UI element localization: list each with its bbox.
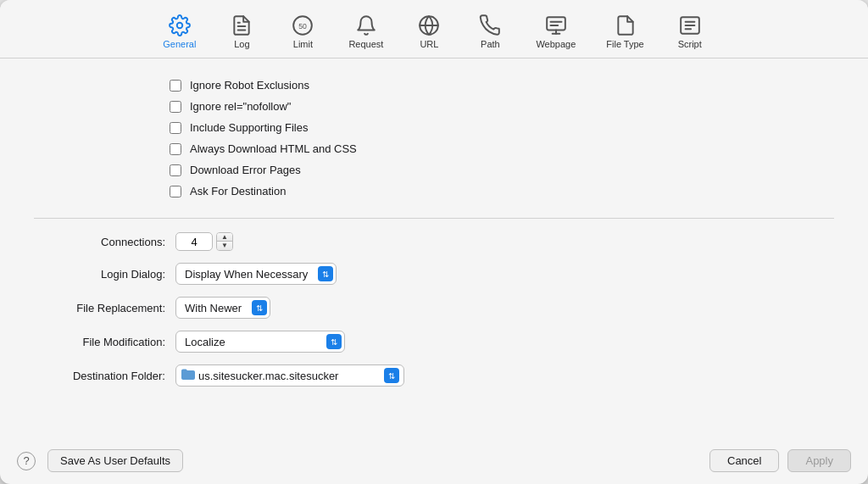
bottom-bar: ? Save As User Defaults Cancel Apply (0, 437, 868, 484)
toolbar-item-path[interactable]: Path (459, 8, 520, 58)
toolbar-path-label: Path (481, 40, 500, 49)
svg-point-0 (177, 23, 183, 29)
login-dialog-row: Login Dialog: Display When Necessary Alw… (34, 263, 834, 285)
toolbar-webpage-label: Webpage (536, 40, 576, 49)
filetype-icon (614, 14, 637, 37)
download-errors-label[interactable]: Download Error Pages (190, 164, 301, 176)
file-replacement-label: File Replacement: (34, 302, 165, 314)
always-download-label[interactable]: Always Download HTML and CSS (190, 142, 357, 155)
help-button[interactable]: ? (17, 452, 36, 470)
checkbox-row-download-errors: Download Error Pages (170, 164, 834, 176)
form-section: Connections: ▲ ▼ Login Dialog: Display W… (34, 232, 834, 387)
file-replacement-select-container: With Newer Always Never ⇅ (175, 297, 270, 319)
connections-row: Connections: ▲ ▼ (34, 232, 834, 251)
bell-icon (354, 14, 378, 37)
toolbar-request-label: Request (348, 40, 383, 49)
checkbox-row-include-supporting: Include Supporting Files (170, 121, 834, 134)
toolbar-item-filetype[interactable]: File Type (591, 8, 659, 58)
toolbar-item-log[interactable]: Log (211, 8, 272, 58)
ignore-nofollow-checkbox[interactable] (170, 101, 181, 113)
destination-folder-label: Destination Folder: (34, 370, 165, 382)
toolbar-item-request[interactable]: Request (333, 8, 398, 58)
toolbar-general-label: General (163, 40, 196, 49)
destination-folder-container: us.sitesucker.mac.sitesucker ⇅ (175, 364, 404, 387)
path-icon (478, 14, 502, 37)
download-errors-checkbox[interactable] (170, 164, 181, 176)
destination-folder-text: us.sitesucker.mac.sitesucker (198, 370, 338, 382)
content-area: Ignore Robot Exclusions Ignore rel="nofo… (0, 58, 868, 437)
file-modification-select-container: Localize None Absolute Links ⇅ (175, 331, 345, 353)
destination-folder-select[interactable]: us.sitesucker.mac.sitesucker (175, 364, 404, 387)
toolbar-item-limit[interactable]: 50 Limit (272, 8, 333, 58)
toolbar-limit-label: Limit (293, 40, 313, 49)
file-replacement-row: File Replacement: With Newer Always Neve… (34, 297, 834, 319)
file-modification-row: File Modification: Localize None Absolut… (34, 331, 834, 353)
ignore-robot-label[interactable]: Ignore Robot Exclusions (190, 79, 309, 92)
include-supporting-label[interactable]: Include Supporting Files (190, 121, 308, 134)
file-replacement-select[interactable]: With Newer Always Never (175, 297, 270, 319)
checkbox-row-ignore-robot: Ignore Robot Exclusions (170, 79, 834, 92)
connections-label: Connections: (34, 236, 165, 248)
ask-destination-label[interactable]: Ask For Destination (190, 185, 286, 197)
stepper-up-button[interactable]: ▲ (217, 233, 232, 242)
checkbox-row-ignore-nofollow: Ignore rel="nofollow" (170, 100, 834, 113)
toolbar-item-webpage[interactable]: Webpage (520, 8, 591, 58)
toolbar: General Log 50 Limit (0, 0, 868, 58)
include-supporting-checkbox[interactable] (170, 122, 181, 134)
toolbar-url-label: URL (420, 40, 438, 49)
log-icon (230, 14, 253, 37)
login-dialog-label: Login Dialog: (34, 268, 165, 281)
webpage-icon (544, 14, 568, 37)
destination-select-container: us.sitesucker.mac.sitesucker ⇅ (175, 364, 404, 387)
login-dialog-select[interactable]: Display When Necessary Always Never (175, 263, 337, 285)
svg-rect-7 (547, 17, 565, 30)
script-icon (678, 14, 702, 37)
stepper-down-button[interactable]: ▼ (217, 242, 232, 250)
login-dialog-select-container: Display When Necessary Always Never ⇅ (175, 263, 337, 285)
toolbar-item-url[interactable]: URL (398, 8, 459, 58)
ask-destination-checkbox[interactable] (170, 186, 181, 197)
checkbox-row-always-download: Always Download HTML and CSS (170, 142, 834, 155)
globe-icon (417, 14, 441, 37)
cancel-button[interactable]: Cancel (709, 449, 779, 472)
apply-button: Apply (787, 449, 851, 472)
main-window: General Log 50 Limit (0, 0, 868, 484)
svg-text:50: 50 (299, 22, 308, 31)
folder-icon (181, 369, 195, 380)
toolbar-log-label: Log (234, 40, 249, 49)
stepper-arrows: ▲ ▼ (216, 232, 233, 251)
limit-icon: 50 (291, 14, 314, 37)
toolbar-script-label: Script (678, 40, 702, 49)
connections-input[interactable] (175, 232, 213, 251)
gear-icon (168, 14, 192, 37)
destination-folder-row: Destination Folder: us.sitesucker.mac.si… (34, 364, 834, 387)
file-modification-select[interactable]: Localize None Absolute Links (175, 331, 345, 353)
ignore-nofollow-label[interactable]: Ignore rel="nofollow" (190, 100, 291, 113)
connections-stepper: ▲ ▼ (175, 232, 233, 251)
checkbox-row-ask-destination: Ask For Destination (170, 185, 834, 197)
toolbar-item-general[interactable]: General (147, 8, 211, 58)
checkboxes-section: Ignore Robot Exclusions Ignore rel="nofo… (170, 79, 834, 197)
toolbar-item-script[interactable]: Script (659, 8, 721, 58)
save-defaults-button[interactable]: Save As User Defaults (47, 449, 183, 472)
file-modification-label: File Modification: (34, 336, 165, 348)
always-download-checkbox[interactable] (170, 143, 181, 155)
ignore-robot-checkbox[interactable] (170, 80, 181, 92)
section-divider (34, 218, 834, 219)
toolbar-filetype-label: File Type (606, 40, 643, 49)
